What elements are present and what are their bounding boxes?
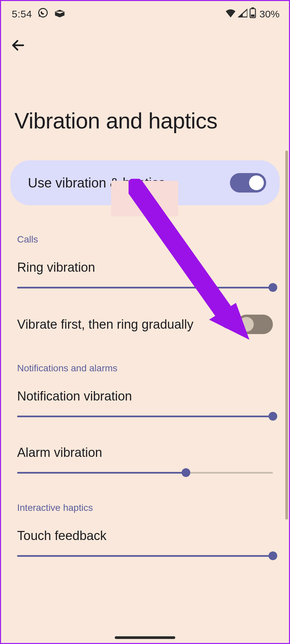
touch-feedback-label: Touch feedback	[17, 529, 273, 543]
package-icon	[54, 8, 65, 20]
interactive-section: Interactive haptics Touch feedback	[1, 502, 289, 557]
vibrate-first-switch[interactable]	[237, 315, 273, 334]
wifi-icon	[225, 8, 236, 20]
vibrate-first-label: Vibrate first, then ring gradually	[17, 317, 230, 332]
back-button[interactable]	[10, 48, 26, 54]
vibrate-first-row[interactable]: Vibrate first, then ring gradually	[17, 315, 273, 334]
status-right: 30%	[225, 7, 280, 20]
ring-vibration-slider[interactable]	[17, 287, 273, 288]
calls-section: Calls Ring vibration Vibrate first, then…	[1, 234, 289, 334]
page-title: Vibration and haptics	[1, 54, 289, 160]
alarm-vibration-slider[interactable]	[17, 472, 273, 474]
battery-percent: 30%	[259, 8, 280, 20]
notifications-section: Notifications and alarms Notification vi…	[1, 363, 289, 474]
redaction-overlay	[111, 181, 178, 216]
notification-vibration-slider[interactable]	[17, 416, 273, 417]
status-time: 5:54	[12, 8, 32, 20]
notification-vibration-label: Notification vibration	[17, 389, 273, 404]
whatsapp-icon	[37, 7, 49, 21]
calls-header: Calls	[17, 234, 273, 245]
use-vibration-switch[interactable]	[230, 173, 266, 193]
status-left: 5:54	[12, 7, 65, 21]
interactive-header: Interactive haptics	[17, 502, 273, 513]
nav-handle[interactable]	[115, 636, 175, 639]
notifications-header: Notifications and alarms	[17, 363, 273, 374]
battery-icon	[249, 7, 256, 20]
svg-rect-3	[251, 14, 255, 17]
status-bar: 5:54 30%	[1, 1, 289, 24]
touch-feedback-slider[interactable]	[17, 555, 273, 557]
ring-vibration-label: Ring vibration	[17, 260, 273, 275]
alarm-vibration-label: Alarm vibration	[17, 445, 273, 460]
scroll-indicator	[285, 151, 288, 520]
svg-rect-2	[251, 7, 254, 9]
signal-icon	[238, 8, 247, 20]
